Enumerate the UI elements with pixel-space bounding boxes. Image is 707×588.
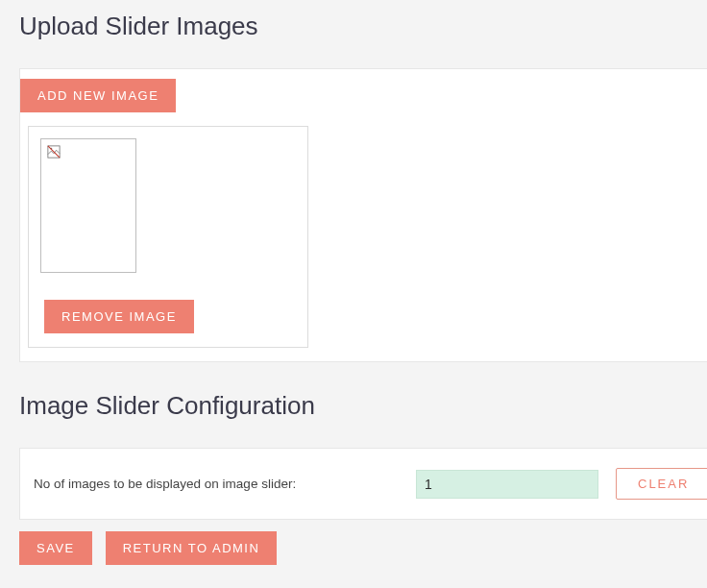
add-new-image-button[interactable]: ADD NEW IMAGE — [20, 79, 176, 112]
return-to-admin-button[interactable]: RETURN TO ADMIN — [106, 531, 278, 565]
remove-image-button[interactable]: REMOVE IMAGE — [44, 300, 194, 333]
save-button[interactable]: SAVE — [19, 531, 92, 565]
count-label: No of images to be displayed on image sl… — [34, 477, 399, 491]
count-input[interactable] — [416, 470, 598, 499]
upload-panel: ADD NEW IMAGE REMOVE IMAGE — [19, 68, 707, 362]
image-card: REMOVE IMAGE — [28, 126, 308, 348]
broken-image-icon — [47, 145, 61, 159]
upload-heading: Upload Slider Images — [19, 12, 707, 41]
config-panel: No of images to be displayed on image sl… — [19, 448, 707, 520]
image-thumbnail — [40, 138, 136, 273]
action-row: SAVE RETURN TO ADMIN — [19, 531, 707, 565]
config-heading: Image Slider Configuration — [19, 391, 707, 421]
clear-button[interactable]: CLEAR — [616, 468, 707, 500]
